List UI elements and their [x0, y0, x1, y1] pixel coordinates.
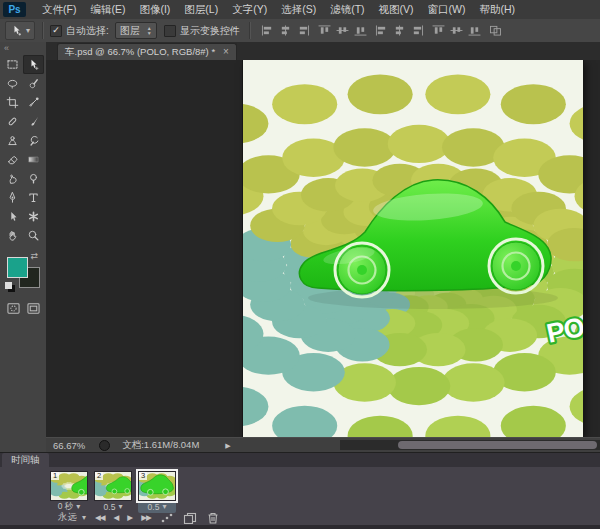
menu-view[interactable]: 视图(V) — [372, 0, 421, 19]
next-frame-button[interactable]: ▶▶ — [141, 513, 151, 522]
close-icon[interactable]: × — [223, 47, 229, 57]
tools-grid — [0, 55, 46, 245]
timeline-controls: 永远 ▾ ◀◀ ◀ ▶ ▶▶ — [0, 510, 600, 525]
tool-quick-selection[interactable] — [23, 74, 44, 93]
tool-brush[interactable] — [23, 112, 44, 131]
tool-dodge[interactable] — [23, 169, 44, 188]
align-left-button[interactable] — [317, 24, 332, 38]
frame-2-number: 2 — [95, 472, 103, 480]
timeline-tab-bar: 时间轴 — [0, 453, 600, 467]
menu-image[interactable]: 图像(I) — [132, 0, 177, 19]
menu-window[interactable]: 窗口(W) — [421, 0, 473, 19]
menu-layer[interactable]: 图层(L) — [177, 0, 225, 19]
first-frame-button[interactable]: ◀◀ — [95, 513, 105, 522]
frame-3-number: 3 — [139, 472, 147, 480]
align-hcenter-button[interactable] — [335, 24, 350, 38]
caret-down-icon: ▾ — [82, 514, 86, 522]
caret-down-icon: ▾ — [26, 27, 30, 35]
canvas-viewport: PO — [46, 60, 600, 437]
align-bottom-button[interactable] — [296, 24, 311, 38]
separator — [249, 22, 250, 39]
align-top-button[interactable] — [260, 24, 275, 38]
tool-path-selection[interactable] — [2, 207, 23, 226]
auto-align-group — [488, 24, 503, 38]
show-transform-checkbox[interactable] — [164, 25, 176, 37]
auto-select-label: 自动选择: — [66, 24, 109, 38]
auto-select-target-dropdown[interactable]: 图层 ▲▼ — [115, 22, 157, 39]
menu-edit[interactable]: 编辑(E) — [83, 0, 132, 19]
zoom-level-field[interactable]: 66.67% — [53, 440, 85, 451]
status-popup-arrow-icon[interactable]: ▶ — [225, 442, 230, 450]
tool-custom-shape[interactable] — [23, 207, 44, 226]
horizontal-scrollbar[interactable] — [340, 440, 600, 450]
frame-1-thumbnail[interactable]: 1 — [50, 471, 88, 501]
tool-zoom[interactable] — [23, 226, 44, 245]
distribute-right-button[interactable] — [467, 24, 482, 38]
separator — [42, 22, 43, 39]
status-bar: 66.67% 文档:1.61M/8.04M ▶ — [46, 437, 600, 453]
previous-frame-button[interactable]: ◀ — [114, 513, 119, 522]
collapse-panel-icon[interactable]: « — [0, 42, 46, 55]
document-tab-title: 车.psd @ 66.7% (POLO, RGB/8#) * — [65, 46, 215, 59]
auto-select-target-value: 图层 — [120, 24, 140, 38]
menu-help[interactable]: 帮助(H) — [473, 0, 523, 19]
tool-type[interactable] — [23, 188, 44, 207]
distribute-buttons-group-2 — [431, 24, 482, 38]
document-tab[interactable]: 车.psd @ 66.7% (POLO, RGB/8#) * × — [57, 43, 237, 60]
tool-dock: « — [0, 42, 47, 452]
frame-2-thumbnail[interactable]: 2 — [94, 471, 132, 501]
tool-eyedropper[interactable] — [23, 93, 44, 112]
align-right-button[interactable] — [353, 24, 368, 38]
tool-pen[interactable] — [2, 188, 23, 207]
distribute-buttons-group-1 — [374, 24, 425, 38]
distribute-bottom-button[interactable] — [410, 24, 425, 38]
frame-1-number: 1 — [51, 472, 59, 480]
loop-count-dropdown[interactable]: 永远 ▾ — [58, 511, 86, 524]
canvas-image[interactable]: PO — [243, 60, 583, 437]
tool-lasso[interactable] — [2, 74, 23, 93]
align-buttons-group-2 — [317, 24, 368, 38]
auto-select-checkbox[interactable]: ✓ — [50, 25, 62, 37]
screen-mode-icon[interactable] — [26, 302, 41, 315]
align-vcenter-button[interactable] — [278, 24, 293, 38]
tool-eraser[interactable] — [2, 150, 23, 169]
timeline-tab[interactable]: 时间轴 — [2, 453, 49, 467]
tool-clone-stamp[interactable] — [2, 131, 23, 150]
tool-hand[interactable] — [2, 226, 23, 245]
tool-preset-picker[interactable]: ▾ — [5, 21, 35, 40]
color-swatches: ⇄ — [6, 254, 40, 290]
foreground-color-swatch[interactable] — [7, 257, 28, 278]
distribute-top-button[interactable] — [374, 24, 389, 38]
tool-rectangular-marquee[interactable] — [2, 55, 23, 74]
distribute-hcenter-button[interactable] — [449, 24, 464, 38]
tool-smudge[interactable] — [2, 169, 23, 188]
distribute-left-button[interactable] — [431, 24, 446, 38]
tool-history-brush[interactable] — [23, 131, 44, 150]
quick-mask-icon[interactable] — [6, 302, 21, 315]
tool-spot-healing-brush[interactable] — [2, 112, 23, 131]
options-bar: ▾ ✓ 自动选择: 图层 ▲▼ 显示变换控件 — [0, 19, 600, 43]
ps-logo: Ps — [3, 2, 26, 17]
horizontal-scrollbar-thumb[interactable] — [398, 441, 597, 449]
menu-filter[interactable]: 滤镜(T) — [323, 0, 371, 19]
auto-align-layers-button[interactable] — [488, 24, 503, 38]
default-colors-icon[interactable] — [5, 282, 12, 289]
tool-move[interactable] — [23, 55, 44, 74]
show-transform-label: 显示变换控件 — [180, 24, 240, 38]
window-bottom-edge — [0, 525, 600, 529]
tool-gradient[interactable] — [23, 150, 44, 169]
play-button[interactable]: ▶ — [127, 513, 132, 522]
delete-frame-button[interactable] — [206, 512, 220, 524]
menu-type[interactable]: 文字(Y) — [225, 0, 274, 19]
status-dot-icon — [99, 440, 110, 451]
tool-crop[interactable] — [2, 93, 23, 112]
distribute-vcenter-button[interactable] — [392, 24, 407, 38]
tween-button[interactable] — [160, 512, 174, 524]
duplicate-frame-button[interactable] — [183, 512, 197, 524]
photoshop-window: Ps 文件(F) 编辑(E) 图像(I) 图层(L) 文字(Y) 选择(S) 滤… — [0, 0, 600, 529]
menu-select[interactable]: 选择(S) — [274, 0, 323, 19]
swap-colors-icon[interactable]: ⇄ — [30, 251, 38, 261]
frame-3-thumbnail[interactable]: 3 — [138, 471, 176, 501]
document-tab-bar: 车.psd @ 66.7% (POLO, RGB/8#) * × — [46, 42, 600, 60]
menu-file[interactable]: 文件(F) — [35, 0, 83, 19]
